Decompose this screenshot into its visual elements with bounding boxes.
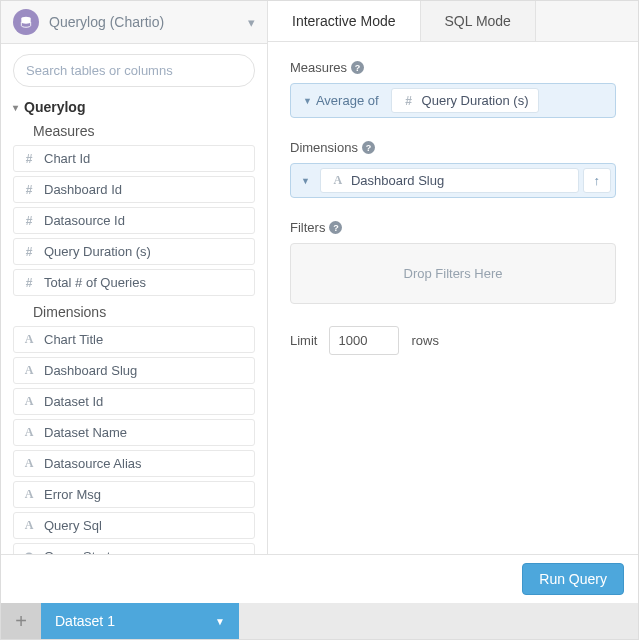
- dimensions-section-label: Dimensions: [13, 300, 255, 326]
- chevron-down-icon: ▾: [13, 102, 18, 113]
- arrow-up-icon: ↑: [594, 173, 601, 188]
- content-area: Interactive Mode SQL Mode Measures ? ▼ A…: [268, 1, 638, 554]
- app-root: Querylog (Chartio) ▾ ▾ Querylog Measures…: [0, 0, 639, 640]
- search-wrap: [1, 44, 267, 97]
- filters-dropzone[interactable]: Drop Filters Here: [290, 243, 616, 304]
- text-icon: A: [22, 487, 36, 502]
- search-input[interactable]: [13, 54, 255, 87]
- number-icon: #: [22, 183, 36, 197]
- run-bar: Run Query: [1, 554, 638, 603]
- dimension-field-chip[interactable]: A Dashboard Slug: [320, 168, 579, 193]
- number-icon: #: [22, 152, 36, 166]
- limit-row: Limit rows: [290, 326, 616, 355]
- schema-tree: ▾ Querylog Measures #Chart Id #Dashboard…: [1, 97, 267, 554]
- measures-group-label: Measures ?: [290, 60, 616, 75]
- sidebar: Querylog (Chartio) ▾ ▾ Querylog Measures…: [1, 1, 268, 554]
- tree-root-label: Querylog: [24, 99, 85, 115]
- filters-group-label: Filters ?: [290, 220, 616, 235]
- field-dashboard-slug[interactable]: ADashboard Slug: [13, 357, 255, 384]
- run-query-button[interactable]: Run Query: [522, 563, 624, 595]
- help-icon[interactable]: ?: [329, 221, 342, 234]
- number-icon: #: [22, 214, 36, 228]
- aggregation-selector[interactable]: ▼ Average of: [295, 88, 387, 113]
- text-icon: A: [22, 425, 36, 440]
- field-dataset-id[interactable]: ADataset Id: [13, 388, 255, 415]
- field-chart-id[interactable]: #Chart Id: [13, 145, 255, 172]
- text-icon: A: [22, 456, 36, 471]
- text-icon: A: [22, 363, 36, 378]
- mode-tabs: Interactive Mode SQL Mode: [268, 1, 638, 42]
- field-dashboard-id[interactable]: #Dashboard Id: [13, 176, 255, 203]
- tab-interactive-mode[interactable]: Interactive Mode: [268, 1, 421, 41]
- dimension-pill[interactable]: ▼ A Dashboard Slug ↑: [290, 163, 616, 198]
- measure-pill[interactable]: ▼ Average of # Query Duration (s): [290, 83, 616, 118]
- number-icon: #: [402, 94, 416, 108]
- dataset-bar: + Dataset 1 ▼: [1, 603, 638, 639]
- field-datasource-alias[interactable]: ADatasource Alias: [13, 450, 255, 477]
- builder-panel: Measures ? ▼ Average of # Query Duration…: [268, 42, 638, 554]
- field-dataset-name[interactable]: ADataset Name: [13, 419, 255, 446]
- text-icon: A: [22, 394, 36, 409]
- limit-label: Limit: [290, 333, 317, 348]
- number-icon: #: [22, 276, 36, 290]
- tree-root-querylog[interactable]: ▾ Querylog: [13, 97, 255, 119]
- datasource-title: Querylog (Chartio): [49, 14, 238, 30]
- field-datasource-id[interactable]: #Datasource Id: [13, 207, 255, 234]
- dimensions-group-label: Dimensions ?: [290, 140, 616, 155]
- field-query-start[interactable]: Query Start: [13, 543, 255, 554]
- text-icon: A: [22, 332, 36, 347]
- number-icon: #: [22, 245, 36, 259]
- tab-sql-mode[interactable]: SQL Mode: [421, 1, 536, 41]
- sort-toggle[interactable]: ↑: [583, 168, 612, 193]
- help-icon[interactable]: ?: [351, 61, 364, 74]
- dimension-menu[interactable]: ▼: [295, 168, 316, 193]
- help-icon[interactable]: ?: [362, 141, 375, 154]
- datasource-selector[interactable]: Querylog (Chartio) ▾: [1, 1, 267, 44]
- limit-input[interactable]: [329, 326, 399, 355]
- caret-down-icon: ▼: [303, 96, 312, 106]
- text-icon: A: [331, 173, 345, 188]
- field-error-msg[interactable]: AError Msg: [13, 481, 255, 508]
- dataset-tab[interactable]: Dataset 1 ▼: [41, 603, 239, 639]
- caret-down-icon: ▼: [301, 176, 310, 186]
- limit-suffix: rows: [411, 333, 438, 348]
- measures-section-label: Measures: [13, 119, 255, 145]
- measure-field-chip[interactable]: # Query Duration (s): [391, 88, 540, 113]
- caret-down-icon: ▾: [248, 15, 255, 30]
- field-total-queries[interactable]: #Total # of Queries: [13, 269, 255, 296]
- main-area: Querylog (Chartio) ▾ ▾ Querylog Measures…: [1, 1, 638, 554]
- field-chart-title[interactable]: AChart Title: [13, 326, 255, 353]
- add-dataset-button[interactable]: +: [1, 603, 41, 639]
- text-icon: A: [22, 518, 36, 533]
- field-query-duration[interactable]: #Query Duration (s): [13, 238, 255, 265]
- datasource-icon: [13, 9, 39, 35]
- caret-down-icon: ▼: [215, 616, 225, 627]
- field-query-sql[interactable]: AQuery Sql: [13, 512, 255, 539]
